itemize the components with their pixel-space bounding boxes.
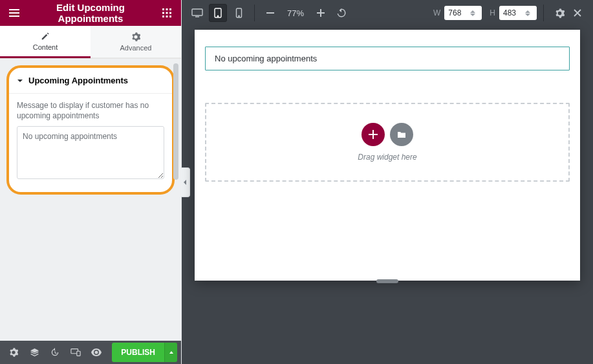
caret-down-icon [17, 78, 23, 84]
svg-rect-3 [162, 8, 164, 10]
canvas-content: No upcoming appointments Drag widget her… [195, 30, 580, 192]
width-field: W [433, 6, 482, 20]
menu-button[interactable] [5, 4, 23, 22]
settings-button[interactable] [4, 343, 23, 362]
plus-icon [317, 9, 325, 17]
sidebar-scrollbar-thumb[interactable] [173, 63, 178, 180]
preview-area: 77% W H [182, 0, 593, 364]
height-stepper[interactable] [525, 6, 534, 20]
height-input[interactable] [503, 8, 525, 17]
gear-icon [555, 8, 565, 18]
undo-icon [337, 8, 346, 17]
dropzone-actions [361, 123, 413, 146]
width-label: W [433, 8, 440, 17]
zoom-controls: 77% [261, 4, 350, 22]
toolbar-divider [543, 5, 544, 21]
height-label: H [490, 8, 495, 17]
zoom-reset-button[interactable] [332, 4, 350, 22]
layers-icon [30, 348, 39, 358]
svg-rect-11 [169, 16, 171, 17]
publish-group: PUBLISH [112, 343, 177, 362]
sidebar-title: Edit Upcoming Appointments [23, 2, 158, 24]
height-input-box[interactable] [499, 6, 537, 20]
section-body: Message to display if customer has no up… [9, 94, 172, 192]
sidebar-header: Edit Upcoming Appointments [0, 0, 181, 26]
section-toggle-upcoming[interactable]: Upcoming Appointments [9, 68, 172, 94]
editor-sidebar: Edit Upcoming Appointments Content Advan… [0, 0, 182, 364]
eye-icon [91, 348, 102, 356]
canvas-resize-handle[interactable] [376, 279, 398, 283]
sidebar-panel: Upcoming Appointments Message to display… [0, 59, 181, 341]
dimension-controls: W H [433, 6, 537, 20]
plus-icon [369, 130, 378, 139]
widgets-grid-button[interactable] [158, 4, 176, 22]
responsive-button[interactable] [66, 343, 85, 362]
tab-content-label: Content [33, 43, 58, 51]
caret-up-icon [169, 350, 174, 355]
height-field: H [490, 6, 537, 20]
svg-rect-10 [166, 16, 168, 17]
svg-point-18 [238, 16, 239, 16]
svg-rect-13 [77, 351, 80, 356]
svg-rect-0 [9, 9, 19, 10]
highlighted-section: Upcoming Appointments Message to display… [6, 65, 175, 195]
preview-settings-button[interactable] [550, 4, 568, 22]
empty-message-label: Message to display if customer has no up… [17, 100, 164, 121]
close-icon [573, 8, 582, 17]
mobile-icon [235, 8, 243, 18]
gear-icon [131, 32, 140, 41]
device-mobile-button[interactable] [230, 4, 248, 22]
widget-empty-text: No upcoming appointments [215, 54, 317, 63]
section-title: Upcoming Appointments [28, 76, 128, 85]
tab-advanced-label: Advanced [120, 44, 152, 52]
svg-point-16 [217, 16, 219, 17]
width-stepper[interactable] [470, 6, 479, 20]
svg-rect-14 [192, 9, 202, 16]
folder-icon [397, 131, 406, 138]
width-input[interactable] [448, 8, 470, 17]
template-library-button[interactable] [390, 123, 413, 146]
svg-rect-2 [9, 16, 19, 17]
svg-rect-7 [166, 12, 168, 14]
publish-options-button[interactable] [164, 343, 177, 362]
tablet-icon [213, 8, 222, 18]
zoom-value: 77% [287, 8, 304, 18]
svg-rect-9 [162, 16, 164, 17]
canvas-wrap: No upcoming appointments Drag widget her… [182, 26, 593, 364]
tab-content[interactable]: Content [0, 26, 91, 58]
preview-button[interactable] [87, 343, 106, 362]
svg-rect-5 [169, 8, 171, 10]
width-input-box[interactable] [444, 6, 482, 20]
hamburger-icon [9, 8, 19, 18]
minus-icon [266, 9, 274, 17]
zoom-in-button[interactable] [312, 4, 330, 22]
widget-dropzone[interactable]: Drag widget here [205, 103, 570, 182]
devices-icon [70, 348, 81, 357]
svg-rect-8 [169, 12, 171, 14]
add-widget-button[interactable] [361, 123, 385, 146]
canvas-frame[interactable]: No upcoming appointments Drag widget her… [195, 30, 580, 281]
gear-icon [9, 348, 18, 357]
tab-advanced[interactable]: Advanced [91, 26, 181, 58]
desktop-icon [191, 8, 203, 17]
svg-rect-6 [162, 12, 164, 14]
device-switcher [188, 4, 248, 22]
svg-rect-23 [372, 130, 374, 139]
dropzone-hint: Drag widget here [358, 153, 416, 162]
grid-icon [162, 8, 171, 17]
history-icon [50, 348, 59, 357]
publish-button[interactable]: PUBLISH [112, 343, 164, 362]
navigator-button[interactable] [25, 343, 44, 362]
empty-message-input[interactable] [17, 126, 164, 179]
zoom-out-button[interactable] [261, 4, 279, 22]
svg-rect-19 [266, 12, 274, 14]
upcoming-appointments-widget[interactable]: No upcoming appointments [205, 47, 570, 70]
svg-rect-1 [9, 12, 19, 14]
svg-rect-4 [166, 8, 168, 10]
close-preview-button[interactable] [568, 4, 587, 22]
device-tablet-button[interactable] [209, 4, 227, 22]
device-desktop-button[interactable] [188, 4, 206, 22]
history-button[interactable] [45, 343, 65, 362]
pencil-icon [41, 32, 50, 41]
sidebar-tabs: Content Advanced [0, 26, 181, 59]
